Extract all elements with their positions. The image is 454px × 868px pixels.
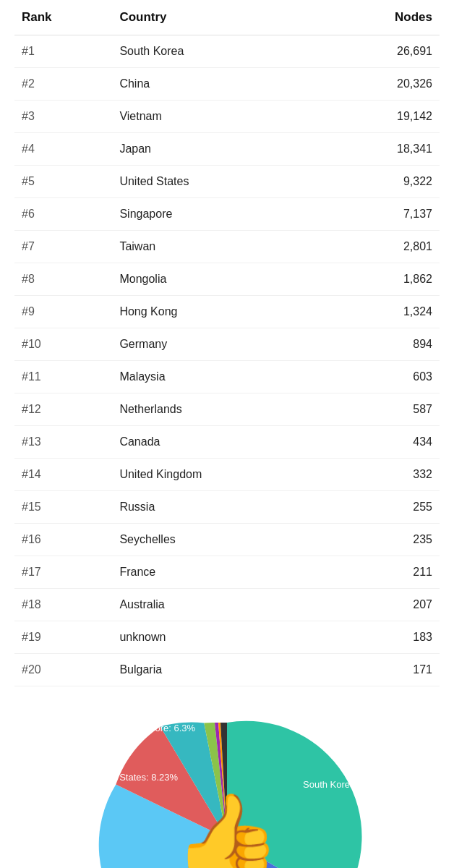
nodes-cell: 183 — [325, 621, 440, 654]
pie-chart-wrapper: South Korea: 23.57% China: 17.95% Vietna… — [46, 701, 408, 868]
table-row: #18 Australia 207 — [14, 589, 440, 621]
nodes-cell: 18,341 — [325, 133, 440, 166]
nodes-cell: 894 — [325, 328, 440, 361]
nodes-cell: 332 — [325, 459, 440, 491]
nodes-cell: 26,691 — [325, 35, 440, 68]
rank-cell: #19 — [14, 621, 112, 654]
rank-cell: #16 — [14, 524, 112, 556]
nodes-cell: 255 — [325, 491, 440, 524]
nodes-cell: 235 — [325, 524, 440, 556]
country-cell: Mongolia — [112, 263, 325, 296]
table-row: #14 United Kingdom 332 — [14, 459, 440, 491]
country-cell: Malaysia — [112, 361, 325, 393]
country-cell: United Kingdom — [112, 459, 325, 491]
country-cell: South Korea — [112, 35, 325, 68]
table-header-row: Rank Country Nodes — [14, 0, 440, 35]
table-row: #5 United States 9,322 — [14, 166, 440, 198]
chart-section: South Korea: 23.57% China: 17.95% Vietna… — [0, 686, 454, 868]
rankings-table: Rank Country Nodes #1 South Korea 26,691… — [14, 0, 440, 686]
nodes-header: Nodes — [325, 0, 440, 35]
table-row: #2 China 20,326 — [14, 68, 440, 101]
table-row: #10 Germany 894 — [14, 328, 440, 361]
rank-cell: #3 — [14, 101, 112, 133]
country-cell: Vietnam — [112, 101, 325, 133]
table-row: #6 Singapore 7,137 — [14, 198, 440, 231]
nodes-cell: 434 — [325, 426, 440, 459]
country-cell: Taiwan — [112, 231, 325, 263]
rank-cell: #13 — [14, 426, 112, 459]
rankings-table-container: Rank Country Nodes #1 South Korea 26,691… — [0, 0, 454, 686]
rank-cell: #4 — [14, 133, 112, 166]
rank-cell: #8 — [14, 263, 112, 296]
rank-cell: #2 — [14, 68, 112, 101]
table-row: #19 unknown 183 — [14, 621, 440, 654]
table-row: #4 Japan 18,341 — [14, 133, 440, 166]
table-row: #20 Bulgaria 171 — [14, 654, 440, 686]
table-row: #9 Hong Kong 1,324 — [14, 296, 440, 328]
table-row: #17 France 211 — [14, 556, 440, 589]
country-cell: Australia — [112, 589, 325, 621]
table-row: #1 South Korea 26,691 — [14, 35, 440, 68]
nodes-cell: 603 — [325, 361, 440, 393]
country-cell: Bulgaria — [112, 654, 325, 686]
table-row: #13 Canada 434 — [14, 426, 440, 459]
nodes-cell: 207 — [325, 589, 440, 621]
nodes-cell: 211 — [325, 556, 440, 589]
rank-cell: #14 — [14, 459, 112, 491]
rank-cell: #12 — [14, 393, 112, 426]
table-row: #12 Netherlands 587 — [14, 393, 440, 426]
country-cell: United States — [112, 166, 325, 198]
rank-cell: #20 — [14, 654, 112, 686]
nodes-cell: 1,324 — [325, 296, 440, 328]
country-cell: Seychelles — [112, 524, 325, 556]
nodes-cell: 587 — [325, 393, 440, 426]
nodes-cell: 20,326 — [325, 68, 440, 101]
rank-cell: #10 — [14, 328, 112, 361]
country-cell: Canada — [112, 426, 325, 459]
nodes-cell: 19,142 — [325, 101, 440, 133]
country-cell: China — [112, 68, 325, 101]
rank-cell: #15 — [14, 491, 112, 524]
country-cell: Netherlands — [112, 393, 325, 426]
table-row: #15 Russia 255 — [14, 491, 440, 524]
label-south-korea: South Korea: 23.57% — [303, 779, 393, 790]
table-row: #8 Mongolia 1,862 — [14, 263, 440, 296]
country-cell: Hong Kong — [112, 296, 325, 328]
table-row: #16 Seychelles 235 — [14, 524, 440, 556]
country-header: Country — [112, 0, 325, 35]
rank-cell: #9 — [14, 296, 112, 328]
rank-cell: #6 — [14, 198, 112, 231]
nodes-cell: 1,862 — [325, 263, 440, 296]
label-us: United States: 8.23% — [90, 772, 179, 783]
rank-cell: #18 — [14, 589, 112, 621]
nodes-cell: 2,801 — [325, 231, 440, 263]
pie-chart-svg: South Korea: 23.57% China: 17.95% Vietna… — [46, 701, 408, 868]
country-cell: Singapore — [112, 198, 325, 231]
rank-header: Rank — [14, 0, 112, 35]
table-row: #7 Taiwan 2,801 — [14, 231, 440, 263]
country-cell: France — [112, 556, 325, 589]
table-row: #11 Malaysia 603 — [14, 361, 440, 393]
rank-cell: #7 — [14, 231, 112, 263]
nodes-cell: 171 — [325, 654, 440, 686]
country-cell: unknown — [112, 621, 325, 654]
country-cell: Japan — [112, 133, 325, 166]
nodes-cell: 7,137 — [325, 198, 440, 231]
country-cell: Russia — [112, 491, 325, 524]
rank-cell: #17 — [14, 556, 112, 589]
rank-cell: #1 — [14, 35, 112, 68]
table-row: #3 Vietnam 19,142 — [14, 101, 440, 133]
label-singapore: Singapore: 6.3% — [126, 723, 196, 733]
nodes-cell: 9,322 — [325, 166, 440, 198]
rank-cell: #11 — [14, 361, 112, 393]
rank-cell: #5 — [14, 166, 112, 198]
pie-south-korea — [227, 721, 362, 868]
country-cell: Germany — [112, 328, 325, 361]
